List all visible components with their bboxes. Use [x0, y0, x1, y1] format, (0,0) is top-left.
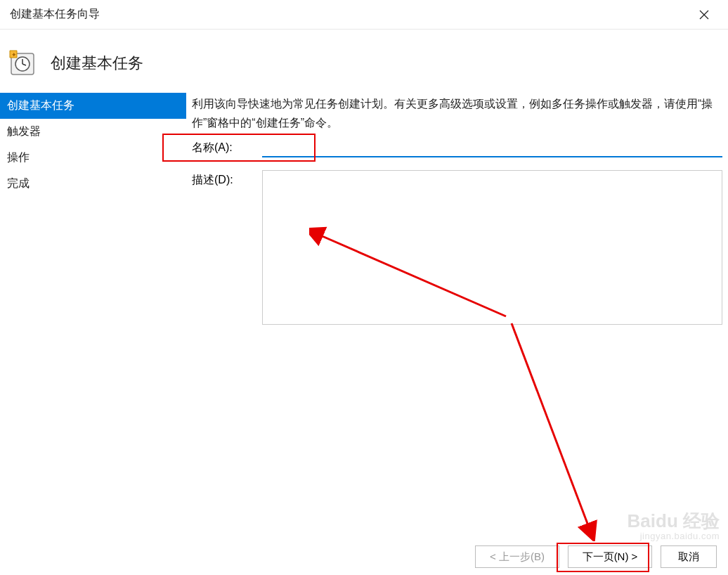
sidebar-step-action[interactable]: 操作: [0, 145, 186, 171]
description-row: 描述(D):: [192, 170, 722, 325]
task-description-input[interactable]: [262, 170, 722, 325]
wizard-clock-icon: ✦: [8, 49, 37, 77]
next-button[interactable]: 下一页(N) >: [568, 545, 652, 568]
cancel-button[interactable]: 取消: [661, 545, 717, 568]
wizard-steps-sidebar: 创建基本任务 触发器 操作 完成: [0, 93, 186, 367]
svg-text:✦: ✦: [11, 51, 17, 58]
window-title: 创建基本任务向导: [10, 7, 100, 22]
close-button[interactable]: [690, 1, 718, 29]
wizard-footer: < 上一步(B) 下一页(N) > 取消: [0, 538, 728, 575]
watermark: Baidu 经验 jingyan.baidu.com: [628, 511, 720, 541]
back-button[interactable]: < 上一步(B): [475, 545, 559, 568]
wizard-header: ✦ 创建基本任务: [0, 30, 728, 93]
wizard-content: 利用该向导快速地为常见任务创建计划。有关更多高级选项或设置，例如多任务操作或触发…: [186, 93, 728, 367]
sidebar-step-finish[interactable]: 完成: [0, 171, 186, 197]
sidebar-step-create-basic-task[interactable]: 创建基本任务: [0, 93, 186, 119]
intro-text: 利用该向导快速地为常见任务创建计划。有关更多高级选项或设置，例如多任务操作或触发…: [192, 94, 722, 132]
watermark-brand: Baidu 经验: [628, 511, 720, 531]
description-label: 描述(D):: [192, 170, 262, 188]
name-row: 名称(A):: [192, 138, 722, 157]
page-title: 创建基本任务: [51, 53, 143, 74]
name-label: 名称(A):: [192, 138, 262, 155]
sidebar-step-trigger[interactable]: 触发器: [0, 119, 186, 145]
task-name-input[interactable]: [262, 138, 722, 157]
close-icon: [699, 10, 709, 20]
title-bar: 创建基本任务向导: [0, 0, 728, 30]
